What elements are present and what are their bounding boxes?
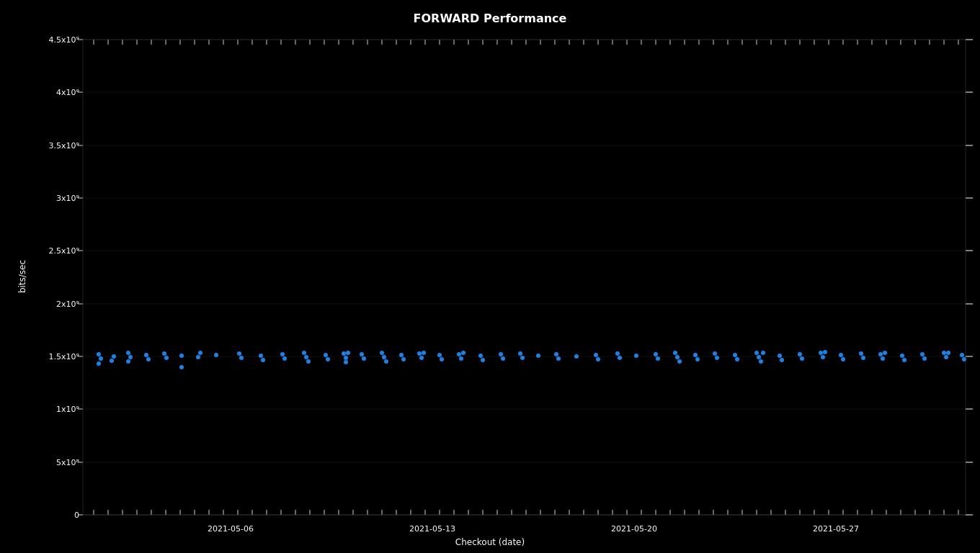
svg-point-225 — [615, 351, 620, 356]
svg-point-259 — [920, 352, 925, 356]
svg-point-168 — [97, 361, 101, 366]
svg-text:2021-05-06: 2021-05-06 — [208, 524, 254, 534]
svg-point-193 — [326, 357, 330, 361]
svg-point-178 — [179, 354, 184, 358]
svg-point-204 — [401, 357, 406, 361]
svg-point-244 — [780, 358, 784, 362]
svg-point-263 — [946, 351, 950, 355]
svg-point-229 — [656, 356, 660, 361]
svg-point-258 — [902, 358, 906, 362]
svg-rect-266 — [83, 40, 966, 515]
svg-point-196 — [346, 351, 350, 355]
svg-point-192 — [324, 353, 328, 357]
svg-point-201 — [382, 355, 386, 359]
svg-point-237 — [733, 353, 737, 357]
svg-point-264 — [960, 353, 964, 357]
svg-point-173 — [126, 359, 130, 364]
svg-text:3x10⁹: 3x10⁹ — [56, 194, 79, 203]
svg-point-224 — [596, 357, 600, 361]
svg-point-242 — [761, 351, 765, 355]
svg-point-174 — [144, 353, 148, 357]
svg-point-226 — [618, 356, 622, 360]
chart-container: FORWARD Performance bits/sec Checkout (d… — [0, 0, 980, 553]
svg-point-252 — [859, 351, 863, 356]
svg-point-206 — [419, 356, 424, 360]
chart-svg: 4.5x10⁹ 4x10⁹ 3.5x10⁹ 3x10⁹ 2.5x10⁹ 2x10… — [0, 0, 980, 553]
svg-point-214 — [481, 358, 485, 362]
svg-point-221 — [556, 356, 561, 361]
svg-point-194 — [342, 351, 346, 356]
svg-point-180 — [196, 355, 200, 359]
svg-point-208 — [437, 353, 442, 357]
svg-point-232 — [677, 359, 682, 364]
svg-text:2.5x10⁹: 2.5x10⁹ — [49, 246, 79, 256]
svg-point-210 — [457, 352, 461, 356]
svg-point-262 — [944, 355, 948, 359]
svg-point-185 — [259, 354, 263, 358]
svg-point-250 — [839, 353, 843, 357]
svg-point-212 — [461, 351, 466, 355]
svg-point-198 — [360, 352, 364, 356]
svg-point-190 — [304, 355, 308, 359]
svg-point-186 — [261, 358, 265, 362]
svg-point-170 — [110, 359, 114, 363]
svg-point-172 — [128, 355, 133, 359]
svg-point-257 — [900, 354, 904, 358]
svg-point-200 — [380, 351, 384, 355]
svg-point-189 — [302, 351, 306, 355]
svg-point-202 — [384, 359, 388, 364]
svg-point-249 — [823, 350, 827, 354]
svg-point-236 — [715, 356, 719, 360]
svg-point-177 — [164, 356, 169, 360]
svg-point-213 — [478, 354, 483, 358]
svg-point-216 — [501, 356, 505, 361]
svg-point-246 — [800, 356, 804, 361]
svg-point-220 — [554, 352, 558, 356]
svg-point-199 — [362, 356, 366, 361]
svg-point-219 — [536, 354, 540, 358]
svg-point-230 — [673, 351, 677, 355]
svg-point-197 — [344, 360, 348, 364]
svg-text:0: 0 — [74, 511, 79, 520]
svg-point-245 — [798, 352, 802, 356]
svg-text:2021-05-20: 2021-05-20 — [611, 524, 657, 534]
svg-point-222 — [574, 354, 579, 359]
svg-point-253 — [861, 356, 865, 360]
svg-point-176 — [162, 351, 166, 356]
svg-point-223 — [594, 353, 598, 357]
svg-point-207 — [422, 351, 426, 355]
svg-point-217 — [518, 351, 522, 356]
svg-point-188 — [282, 356, 287, 361]
svg-point-181 — [198, 351, 202, 355]
svg-point-218 — [520, 356, 525, 360]
svg-point-195 — [344, 356, 348, 360]
svg-point-179 — [179, 365, 184, 369]
svg-text:2021-05-13: 2021-05-13 — [409, 524, 455, 534]
svg-point-241 — [759, 359, 763, 364]
svg-point-234 — [695, 357, 700, 361]
svg-point-228 — [654, 352, 658, 356]
svg-point-227 — [634, 354, 638, 358]
svg-point-256 — [883, 351, 887, 355]
svg-text:1x10⁹: 1x10⁹ — [56, 405, 79, 414]
svg-point-261 — [942, 351, 946, 355]
svg-text:1.5x10⁹: 1.5x10⁹ — [49, 352, 79, 361]
svg-point-203 — [399, 353, 404, 357]
svg-point-182 — [214, 353, 218, 357]
svg-point-247 — [819, 351, 823, 355]
svg-text:2021-05-27: 2021-05-27 — [813, 524, 859, 534]
svg-point-187 — [280, 352, 285, 356]
svg-text:5x10⁸: 5x10⁸ — [56, 458, 80, 467]
svg-text:4.5x10⁹: 4.5x10⁹ — [49, 35, 79, 45]
svg-point-248 — [821, 355, 825, 359]
svg-point-183 — [237, 351, 241, 356]
svg-point-166 — [97, 352, 101, 356]
svg-point-169 — [112, 354, 116, 359]
svg-point-239 — [754, 351, 759, 355]
svg-point-235 — [713, 351, 717, 356]
svg-point-191 — [306, 359, 311, 364]
svg-point-251 — [841, 357, 845, 361]
svg-text:4x10⁹: 4x10⁹ — [56, 88, 79, 97]
svg-point-260 — [922, 356, 927, 361]
svg-point-171 — [126, 351, 130, 355]
